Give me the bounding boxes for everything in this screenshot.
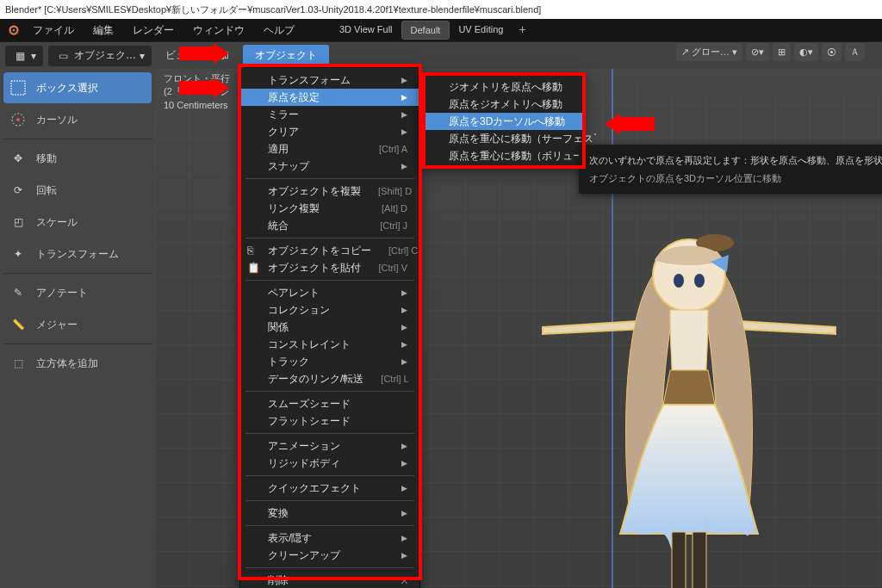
menu-copy[interactable]: ⎘オブジェクトをコピー[Ctrl] C bbox=[240, 242, 419, 259]
title-bar: Blender* [C:¥Users¥SMILES¥Desktop¥新しいフォル… bbox=[0, 0, 882, 19]
svg-point-4 bbox=[16, 118, 20, 121]
chevron-down-icon: ▾ bbox=[140, 50, 145, 62]
menu-show-hide[interactable]: 表示/隠す▶ bbox=[240, 529, 419, 547]
blender-logo-icon[interactable] bbox=[5, 22, 22, 39]
chevron-down-icon: ▾ bbox=[732, 46, 737, 58]
menu-set-origin[interactable]: 原点を設定▶ bbox=[240, 89, 419, 106]
annotate-icon: ✎ bbox=[9, 283, 28, 302]
menu-cleanup[interactable]: クリーンアップ▶ bbox=[240, 547, 419, 564]
chevron-down-icon: ▾ bbox=[31, 50, 36, 62]
menu-mirror[interactable]: ミラー▶ bbox=[240, 106, 419, 123]
menu-quick-effects[interactable]: クイックエフェクト▶ bbox=[240, 480, 419, 497]
top-menu-bar: ファイル 編集 レンダー ウィンドウ ヘルプ 3D View Full Defa… bbox=[0, 19, 882, 41]
workspace-default[interactable]: Default bbox=[401, 21, 450, 40]
add-menu[interactable]: 加 bbox=[210, 46, 238, 65]
tooltip: 次のいずれかで原点を再設定します：形状を原点へ移動、原点を形状の中心 オブジェク… bbox=[579, 145, 882, 194]
rotate-icon: ⟳ bbox=[9, 181, 28, 200]
tooltip-title: 次のいずれかで原点を再設定します：形状を原点へ移動、原点を形状の中心 bbox=[589, 153, 882, 168]
menu-join[interactable]: 統合[Ctrl] J bbox=[240, 217, 419, 234]
object-context-menu: トランスフォーム▶ 原点を設定▶ ミラー▶ クリア▶ 適用[Ctrl] A スナ… bbox=[239, 67, 420, 588]
menu-snap[interactable]: スナップ▶ bbox=[240, 158, 419, 175]
menu-flat-shade[interactable]: フラットシェード bbox=[240, 412, 419, 430]
measure-icon: 📏 bbox=[9, 315, 28, 334]
tool-annotate[interactable]: ✎ アノテート bbox=[3, 277, 152, 308]
menu-transform[interactable]: トランスフォーム▶ bbox=[240, 71, 419, 89]
menu-clear[interactable]: クリア▶ bbox=[240, 123, 419, 140]
svg-point-1 bbox=[13, 29, 16, 32]
menu-constraint[interactable]: コンストレイント▶ bbox=[240, 336, 419, 353]
mode-label: オブジェク… bbox=[74, 48, 136, 63]
gizmo-icon[interactable]: ◐▾ bbox=[794, 43, 818, 61]
submenu-geometry-to-origin[interactable]: ジオメトリを原点へ移動 bbox=[421, 78, 583, 96]
menu-file[interactable]: ファイル bbox=[24, 21, 83, 40]
add-cube-icon: ⬚ bbox=[9, 354, 28, 373]
menu-duplicate[interactable]: オブジェクトを複製[Shift] D bbox=[240, 183, 419, 200]
transform-icon: ✦ bbox=[9, 244, 28, 263]
tool-rotate[interactable]: ⟳ 回転 bbox=[3, 175, 152, 206]
editor-type-dropdown[interactable]: ▦ ▾ bbox=[5, 46, 43, 66]
menu-parent[interactable]: ペアレント▶ bbox=[240, 284, 419, 301]
scale-icon: ◰ bbox=[9, 213, 28, 232]
title-text: Blender* [C:¥Users¥SMILES¥Desktop¥新しいフォル… bbox=[5, 3, 541, 16]
cube-icon: ▭ bbox=[55, 48, 71, 64]
menu-collection[interactable]: コレクション▶ bbox=[240, 301, 419, 319]
workspace-3dview[interactable]: 3D View Full bbox=[331, 21, 401, 40]
menu-paste[interactable]: 📋オブジェクトを貼付[Ctrl] V bbox=[240, 259, 419, 276]
orientation-dropdown[interactable]: ↗ グロー…▾ bbox=[676, 43, 742, 61]
cursor-icon bbox=[9, 110, 28, 129]
svg-rect-9 bbox=[672, 532, 686, 588]
menu-delete[interactable]: 削除X bbox=[240, 572, 419, 588]
menu-link-data[interactable]: データのリンク/転送[Ctrl] L bbox=[240, 370, 419, 387]
xray-icon[interactable]: Ａ bbox=[845, 43, 865, 61]
snap-dropdown[interactable]: ⊘▾ bbox=[746, 43, 769, 61]
menu-apply[interactable]: 適用[Ctrl] A bbox=[240, 140, 419, 158]
viewport-overlay-text: フロント・平行 (2『 ッシ 10 Centimeters bbox=[164, 72, 230, 112]
workspace-tabs: 3D View Full Default UV Editing + bbox=[331, 21, 533, 40]
svg-rect-2 bbox=[11, 81, 25, 95]
menu-relation[interactable]: 関係▶ bbox=[240, 319, 419, 336]
tool-add-cube[interactable]: ⬚ 立方体を追加 bbox=[3, 348, 152, 379]
menu-rigid-body[interactable]: リジッドボディ▶ bbox=[240, 455, 419, 472]
tool-cursor[interactable]: カーソル bbox=[3, 104, 152, 135]
tool-column: ボックス選択 カーソル ✥ 移動 ⟳ 回転 ◰ スケール ✦ トランスフォーム … bbox=[0, 69, 155, 588]
submenu-origin-to-geometry[interactable]: 原点をジオメトリへ移動 bbox=[421, 96, 583, 113]
tooltip-description: オブジェクトの原点を3Dカーソル位置に移動 bbox=[589, 171, 882, 186]
menu-help[interactable]: ヘルプ bbox=[255, 21, 303, 40]
tool-scale[interactable]: ◰ スケール bbox=[3, 207, 152, 238]
viewport-model[interactable] bbox=[534, 224, 844, 588]
viewport-header-right: ↗ グロー…▾ ⊘▾ ⊞ ◐▾ ⦿ Ａ bbox=[676, 43, 865, 61]
copy-icon: ⎘ bbox=[247, 244, 261, 257]
overlays-icon[interactable]: ⊞ bbox=[773, 43, 791, 61]
editor-type-icon: ▦ bbox=[12, 48, 28, 64]
submenu-origin-to-3d-cursor[interactable]: 原点を3Dカーソルへ移動 bbox=[421, 113, 583, 130]
add-workspace-button[interactable]: + bbox=[512, 21, 532, 40]
tool-box-select[interactable]: ボックス選択 bbox=[3, 72, 152, 103]
view-menu[interactable]: ビュー bbox=[157, 46, 205, 65]
submenu-origin-to-com-volume[interactable]: 原点を重心に移動（ボリューム` bbox=[421, 147, 583, 164]
tool-measure[interactable]: 📏 メジャー bbox=[3, 309, 152, 340]
move-icon: ✥ bbox=[9, 149, 28, 168]
svg-rect-10 bbox=[693, 532, 706, 588]
workspace-uv[interactable]: UV Editing bbox=[450, 21, 512, 40]
menu-smooth-shade[interactable]: スムーズシェード bbox=[240, 395, 419, 412]
shading-icon[interactable]: ⦿ bbox=[822, 43, 842, 61]
paste-icon: 📋 bbox=[247, 262, 261, 274]
menu-animation[interactable]: アニメーション▶ bbox=[240, 437, 419, 455]
menu-window[interactable]: ウィンドウ bbox=[184, 21, 253, 40]
object-menu[interactable]: オブジェクト bbox=[243, 45, 329, 66]
menu-convert[interactable]: 変換▶ bbox=[240, 504, 419, 522]
menu-link-duplicate[interactable]: リンク複製[Alt] D bbox=[240, 200, 419, 217]
menu-edit[interactable]: 編集 bbox=[84, 21, 122, 40]
orientation-icon: ↗ bbox=[681, 46, 689, 58]
svg-point-8 bbox=[694, 274, 705, 288]
submenu-origin-to-com-surface[interactable]: 原点を重心に移動（サーフェス` bbox=[421, 130, 583, 147]
mode-dropdown[interactable]: ▭ オブジェク… ▾ bbox=[48, 46, 152, 66]
menu-render[interactable]: レンダー bbox=[124, 21, 183, 40]
box-select-icon bbox=[9, 78, 28, 97]
menu-track[interactable]: トラック▶ bbox=[240, 353, 419, 370]
set-origin-submenu: ジオメトリを原点へ移動 原点をジオメトリへ移動 原点を3Dカーソルへ移動 原点を… bbox=[420, 74, 584, 169]
tool-transform[interactable]: ✦ トランスフォーム bbox=[3, 238, 152, 269]
tool-move[interactable]: ✥ 移動 bbox=[3, 143, 152, 174]
svg-point-7 bbox=[674, 274, 684, 288]
